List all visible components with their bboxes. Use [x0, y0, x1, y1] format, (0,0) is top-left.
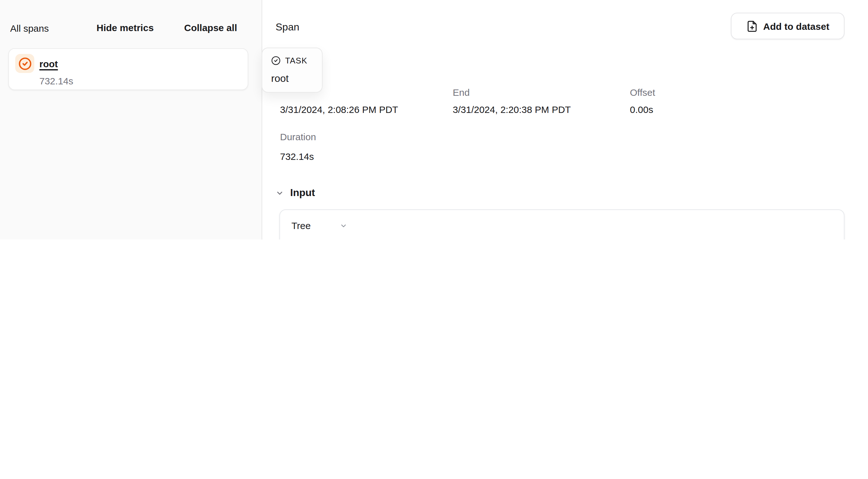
file-plus-icon — [746, 20, 758, 32]
input-section-header: Input — [276, 187, 315, 199]
span-duration: 732.14s — [39, 75, 241, 86]
all-spans-filter[interactable]: All spans — [10, 22, 49, 35]
chevron-down-icon — [340, 222, 347, 229]
input-viewer-card: Tree {question: "What is this?", context… — [279, 209, 844, 240]
span-detail-page: All spans Hide metrics Collapse all root… — [0, 0, 868, 240]
add-to-dataset-button[interactable]: Add to dataset — [731, 13, 844, 39]
span-status-chip — [15, 54, 34, 73]
duration-value: 732.14s — [280, 150, 314, 163]
span-name-link[interactable]: root — [39, 58, 58, 69]
span-type-badge: TASK — [285, 56, 307, 65]
circle-check-icon — [18, 57, 31, 70]
start-value: 3/31/2024, 2:08:26 PM PDT — [280, 103, 398, 116]
spans-sidebar: All spans Hide metrics Collapse all root… — [0, 0, 262, 240]
duration-label: Duration — [280, 131, 316, 143]
end-value: 3/31/2024, 2:20:38 PM PDT — [453, 103, 571, 116]
input-mode-value: Tree — [291, 220, 311, 231]
collapse-all-button[interactable]: Collapse all — [184, 22, 237, 34]
span-list-item-root[interactable]: root 732.14s — [8, 48, 248, 90]
chevron-down-icon[interactable] — [276, 189, 284, 197]
input-mode-select[interactable]: Tree — [291, 220, 347, 231]
span-type-popover: TASK root — [261, 47, 322, 93]
circle-check-icon — [271, 56, 281, 65]
hide-metrics-button[interactable]: Hide metrics — [96, 22, 154, 34]
popover-span-name: root — [271, 73, 313, 84]
end-label: End — [453, 86, 470, 99]
offset-label: Offset — [630, 86, 655, 99]
add-to-dataset-label: Add to dataset — [763, 21, 829, 31]
offset-value: 0.00s — [630, 103, 653, 116]
input-section-title: Input — [290, 187, 315, 199]
page-title: Span — [276, 22, 300, 33]
